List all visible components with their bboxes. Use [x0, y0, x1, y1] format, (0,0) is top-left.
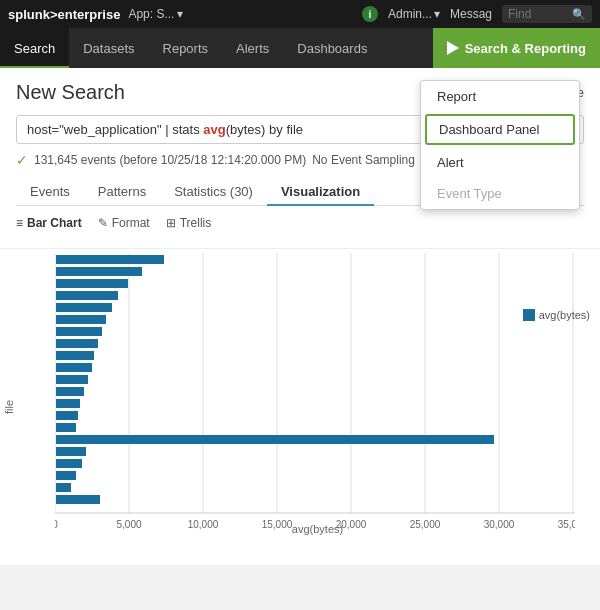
legend-color-swatch	[523, 309, 535, 321]
nav-item-alerts[interactable]: Alerts	[222, 28, 283, 68]
svg-rect-20	[56, 399, 80, 408]
bar-chart-svg: 0 5,000 10,000 15,000 20,000 25,000 30,0…	[55, 253, 575, 533]
enterprise-text: enterprise	[58, 7, 121, 22]
app-label: App: S...	[128, 7, 174, 21]
svg-rect-26	[56, 471, 76, 480]
nav-label-reports: Reports	[163, 41, 209, 56]
search-icon: 🔍	[572, 8, 586, 21]
legend-label: avg(bytes)	[539, 309, 590, 321]
events-count: 131,645 events (before 10/25/18 12:14:20…	[34, 153, 306, 167]
splunk-logo: splunk>enterprise	[8, 7, 120, 22]
sampling-status: No Event Sampling	[312, 153, 415, 167]
tab-visualization[interactable]: Visualization	[267, 178, 374, 205]
svg-rect-11	[56, 291, 118, 300]
svg-rect-13	[56, 315, 106, 324]
find-bar[interactable]: 🔍	[502, 5, 592, 23]
nav-item-search[interactable]: Search	[0, 28, 69, 68]
bar-chart-icon: ≡	[16, 216, 23, 230]
svg-text:15,000: 15,000	[262, 519, 293, 530]
top-bar: splunk>enterprise App: S... ▾ i Admin...…	[0, 0, 600, 28]
svg-rect-15	[56, 339, 98, 348]
nav-search-reporting[interactable]: Search & Reporting	[433, 28, 600, 68]
messages-label: Messag	[450, 7, 492, 21]
tab-statistics-label: Statistics (30)	[174, 184, 253, 199]
nav-item-datasets[interactable]: Datasets	[69, 28, 148, 68]
bar-chart-tool[interactable]: ≡ Bar Chart	[16, 216, 82, 230]
svg-rect-14	[56, 327, 102, 336]
nav-item-reports[interactable]: Reports	[149, 28, 223, 68]
search-query: host="web_application" | stats avg(bytes…	[27, 122, 303, 137]
svg-text:10,000: 10,000	[188, 519, 219, 530]
dropdown-item-event-type: Event Type	[421, 178, 579, 209]
play-icon	[447, 41, 459, 55]
chart-legend: avg(bytes)	[523, 309, 590, 321]
svg-rect-25	[56, 459, 82, 468]
dropdown-item-dashboard-panel[interactable]: Dashboard Panel	[425, 114, 575, 145]
info-icon[interactable]: i	[362, 6, 378, 22]
chevron-down-icon: ▾	[177, 7, 183, 21]
info-label: i	[369, 9, 372, 20]
bar-chart-label: Bar Chart	[27, 216, 82, 230]
nav-label-alerts: Alerts	[236, 41, 269, 56]
svg-rect-27	[56, 483, 71, 492]
svg-rect-8	[56, 255, 164, 264]
tab-statistics[interactable]: Statistics (30)	[160, 178, 267, 205]
search-reporting-label: Search & Reporting	[465, 41, 586, 56]
app-selector[interactable]: App: S... ▾	[128, 7, 183, 21]
splunk-text: splunk>	[8, 7, 58, 22]
tab-visualization-label: Visualization	[281, 184, 360, 199]
admin-menu[interactable]: Admin... ▾	[388, 7, 440, 21]
svg-text:30,000: 30,000	[484, 519, 515, 530]
svg-rect-17	[56, 363, 92, 372]
tab-patterns-label: Patterns	[98, 184, 146, 199]
svg-rect-18	[56, 375, 88, 384]
chart-area: file 0	[0, 248, 600, 565]
nav-bar: Search Datasets Reports Alerts Dashboard…	[0, 28, 600, 68]
page-title: New Search	[16, 81, 125, 104]
tab-patterns[interactable]: Patterns	[84, 178, 160, 205]
trellis-label: Trellis	[180, 216, 212, 230]
svg-rect-9	[56, 267, 142, 276]
svg-rect-12	[56, 303, 112, 312]
dropdown-alert-label: Alert	[437, 155, 464, 170]
trellis-icon: ⊞	[166, 216, 176, 230]
admin-label: Admin...	[388, 7, 432, 21]
nav-label-dashboards: Dashboards	[297, 41, 367, 56]
svg-rect-23	[56, 435, 494, 444]
nav-label-datasets: Datasets	[83, 41, 134, 56]
dropdown-dashboard-panel-label: Dashboard Panel	[439, 122, 539, 137]
svg-rect-21	[56, 411, 78, 420]
format-tool[interactable]: ✎ Format	[98, 216, 150, 230]
viz-toolbar: ≡ Bar Chart ✎ Format ⊞ Trellis	[16, 216, 584, 230]
admin-chevron-icon: ▾	[434, 7, 440, 21]
nav-label-search: Search	[14, 41, 55, 56]
svg-rect-22	[56, 423, 76, 432]
y-axis-label: file	[3, 400, 15, 414]
dropdown-item-report[interactable]: Report	[421, 81, 579, 112]
svg-rect-24	[56, 447, 86, 456]
format-icon: ✎	[98, 216, 108, 230]
find-input[interactable]	[508, 7, 568, 21]
trellis-tool[interactable]: ⊞ Trellis	[166, 216, 212, 230]
top-bar-right: i Admin... ▾ Messag 🔍	[362, 5, 592, 23]
format-label: Format	[112, 216, 150, 230]
tab-events-label: Events	[30, 184, 70, 199]
svg-text:25,000: 25,000	[410, 519, 441, 530]
dropdown-event-type-label: Event Type	[437, 186, 502, 201]
svg-rect-28	[56, 495, 100, 504]
svg-rect-16	[56, 351, 94, 360]
dropdown-item-alert[interactable]: Alert	[421, 147, 579, 178]
svg-rect-10	[56, 279, 128, 288]
messages-link[interactable]: Messag	[450, 7, 492, 21]
svg-text:35,000: 35,000	[558, 519, 575, 530]
dropdown-report-label: Report	[437, 89, 476, 104]
svg-rect-19	[56, 387, 84, 396]
svg-text:0: 0	[55, 519, 58, 530]
tab-events[interactable]: Events	[16, 178, 84, 205]
check-icon: ✓	[16, 152, 28, 168]
svg-text:5,000: 5,000	[116, 519, 141, 530]
nav-item-dashboards[interactable]: Dashboards	[283, 28, 381, 68]
save-as-dropdown: Report Dashboard Panel Alert Event Type	[420, 80, 580, 210]
